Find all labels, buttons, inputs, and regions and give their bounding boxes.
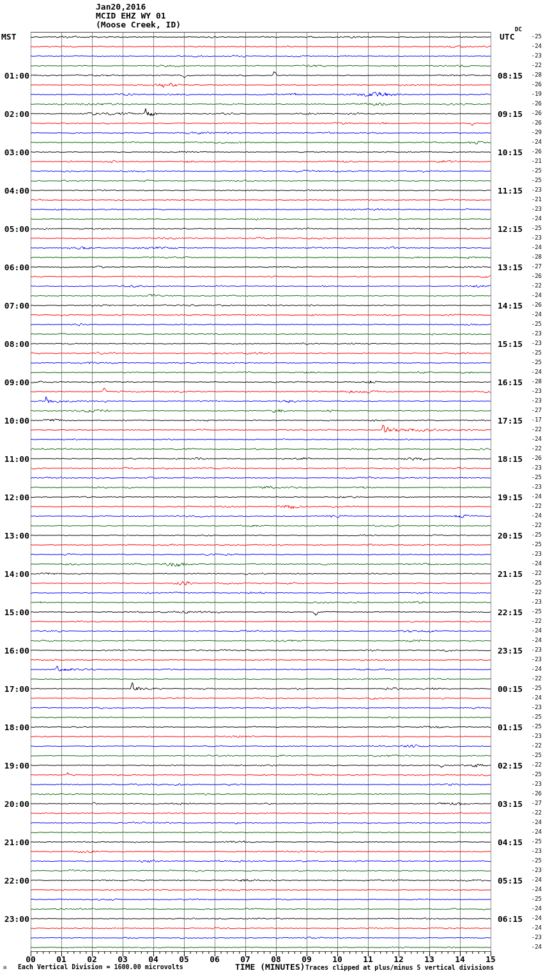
dc-offset-value: -24: [521, 215, 542, 222]
dc-offset-value: -25: [521, 33, 542, 40]
dc-offset-value: -25: [521, 541, 542, 547]
dc-offset-value: -24: [521, 244, 542, 250]
dc-offset-value: -26: [521, 100, 542, 107]
mst-hour-label: 14:00: [0, 569, 29, 579]
x-axis-title: TIME (MINUTES): [235, 962, 305, 972]
dc-offset-value: -25: [521, 685, 542, 691]
dc-offset-value: -23: [521, 704, 542, 710]
dc-offset-value: -23: [521, 464, 542, 471]
dc-offset-value: -23: [521, 599, 542, 605]
mst-hour-label: 07:00: [0, 301, 29, 310]
x-axis-tick-label: 12: [390, 954, 408, 964]
dc-offset-value: -25: [521, 579, 542, 586]
mst-hour-label: 02:00: [0, 109, 29, 119]
helicorder-page: Jan20,2016 MCID EHZ WY 01 (Moose Creek, …: [0, 0, 543, 980]
dc-offset-value: -24: [521, 436, 542, 442]
dc-offset-value: -26: [521, 790, 542, 797]
dc-offset-value: -23: [521, 484, 542, 490]
dc-offset-value: -28: [521, 254, 542, 260]
mst-hour-label: 23:00: [0, 914, 29, 924]
mst-hour-label: 05:00: [0, 224, 29, 234]
dc-offset-value: -25: [521, 532, 542, 538]
dc-offset-value: -26: [521, 110, 542, 116]
dc-offset-value: -23: [521, 551, 542, 557]
dc-offset-value: -24: [521, 694, 542, 701]
dc-offset-value: -26: [521, 455, 542, 461]
dc-offset-value: -25: [521, 349, 542, 356]
footer-scale-note: Each Vertical Division = 1600.00 microvo…: [18, 963, 183, 970]
x-axis-tick-label: 04: [144, 954, 162, 964]
mst-hour-label: 06:00: [0, 263, 29, 272]
dc-offset-value: -22: [521, 426, 542, 433]
x-axis-tick-label: 14: [451, 954, 469, 964]
dc-offset-value: -24: [521, 877, 542, 883]
dc-offset-value: -24: [521, 637, 542, 643]
dc-offset-value: -24: [521, 819, 542, 825]
x-axis-tick-label: 15: [482, 954, 500, 964]
dc-offset-value: -24: [521, 915, 542, 921]
dc-offset-value: -27: [521, 263, 542, 270]
x-axis-tick-label: 00: [22, 954, 40, 964]
dc-offset-value: -24: [521, 666, 542, 672]
dc-offset-value: -26: [521, 302, 542, 308]
dc-offset-value: -22: [521, 282, 542, 289]
header-station: MCID EHZ WY 01: [96, 11, 166, 20]
dc-offset-value: -23: [521, 397, 542, 404]
dc-offset-value: -25: [521, 474, 542, 480]
dc-offset-value: -24: [521, 292, 542, 298]
dc-offset-value: -25: [521, 857, 542, 864]
dc-offset-value: -22: [521, 675, 542, 682]
dc-offset-value: -26: [521, 273, 542, 279]
dc-offset-value: -22: [521, 522, 542, 528]
dc-offset-value: -23: [521, 206, 542, 212]
helicorder-plot-canvas: [0, 0, 543, 980]
x-axis-tick-label: 10: [328, 954, 346, 964]
dc-offset-value: -23: [521, 187, 542, 193]
dc-offset-value: -22: [521, 762, 542, 768]
dc-offset-value: -28: [521, 378, 542, 385]
dc-offset-value: -22: [521, 503, 542, 509]
mst-hour-label: 12:00: [0, 493, 29, 502]
dc-offset-value: -24: [521, 627, 542, 634]
dc-column-header: DC: [515, 26, 532, 33]
watermark-squiggle-glyph: ʍ: [3, 964, 6, 970]
dc-offset-value: -23: [521, 867, 542, 873]
dc-offset-value: -27: [521, 407, 542, 413]
dc-offset-value: -23: [521, 848, 542, 854]
dc-offset-value: -23: [521, 388, 542, 394]
dc-offset-value: -24: [521, 829, 542, 835]
dc-offset-value: -22: [521, 570, 542, 576]
mst-hour-label: 17:00: [0, 684, 29, 694]
dc-offset-value: -24: [521, 905, 542, 912]
dc-offset-value: -24: [521, 43, 542, 49]
x-axis-tick-label: 01: [52, 954, 70, 964]
right-axis-label-utc: UTC: [500, 32, 514, 42]
dc-offset-value: -25: [521, 896, 542, 902]
dc-offset-value: -21: [521, 196, 542, 203]
dc-offset-value: -25: [521, 359, 542, 365]
dc-offset-value: -25: [521, 177, 542, 183]
dc-offset-value: -25: [521, 321, 542, 327]
mst-hour-label: 08:00: [0, 339, 29, 349]
dc-offset-value: -19: [521, 91, 542, 97]
dc-offset-value: -27: [521, 800, 542, 806]
dc-offset-value: -24: [521, 924, 542, 931]
mst-hour-label: 03:00: [0, 148, 29, 157]
header-date: Jan20,2016: [96, 2, 146, 11]
dc-offset-value: -23: [521, 781, 542, 787]
dc-offset-value: -29: [521, 129, 542, 135]
mst-hour-label: 22:00: [0, 876, 29, 885]
footer-clip-note: Traces clipped at plus/minus 5 vertical …: [305, 964, 494, 971]
mst-hour-label: 01:00: [0, 71, 29, 80]
x-axis-tick-label: 11: [359, 954, 377, 964]
mst-hour-label: 16:00: [0, 646, 29, 655]
mst-hour-label: 11:00: [0, 454, 29, 464]
dc-offset-value: -21: [521, 158, 542, 164]
dc-offset-value: -28: [521, 72, 542, 78]
dc-offset-value: -24: [521, 560, 542, 567]
dc-offset-value: -24: [521, 886, 542, 892]
mst-hour-label: 15:00: [0, 608, 29, 617]
x-axis-tick-label: 13: [420, 954, 438, 964]
dc-offset-value: -25: [521, 225, 542, 231]
dc-offset-value: -17: [521, 417, 542, 423]
